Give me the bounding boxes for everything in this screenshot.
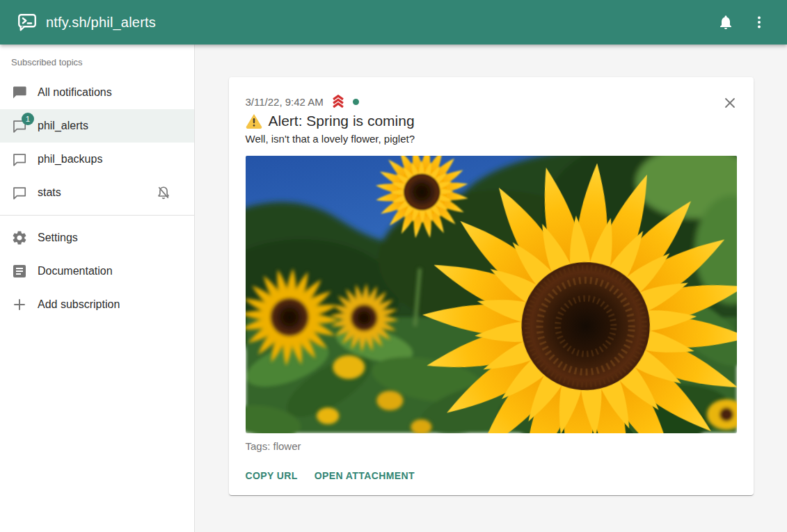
sidebar-item-label: Documentation [38, 265, 183, 277]
app-bar: ntfy.sh/phil_alerts [0, 0, 787, 45]
sidebar-item-phil-backups[interactable]: phil_backups [0, 143, 194, 176]
sidebar-item-label: stats [38, 186, 145, 199]
article-icon [11, 263, 28, 280]
chat-bubble-outline-icon [11, 151, 28, 168]
overflow-menu-button[interactable] [742, 6, 776, 39]
unread-count-badge: 1 [22, 113, 34, 125]
warning-icon [246, 113, 262, 129]
sidebar-item-all-notifications[interactable]: All notifications [0, 76, 194, 109]
sidebar: Subscribed topics All notifications 1 ph… [0, 45, 195, 532]
unread-dot-icon [353, 99, 359, 105]
sidebar-item-label: Settings [38, 232, 183, 244]
notification-card: 3/11/22, 9:42 AM Alert: Spring is coming [229, 77, 754, 495]
notification-actions: COPY URL OPEN ATTACHMENT [240, 465, 737, 487]
sidebar-item-label: phil_alerts [38, 120, 183, 132]
chat-bubble-outline-icon: 1 [11, 118, 28, 134]
notification-meta: 3/11/22, 9:42 AM [246, 91, 737, 109]
close-notification-button[interactable] [720, 94, 740, 113]
content-area: 3/11/22, 9:42 AM Alert: Spring is coming [195, 45, 787, 532]
chat-bubble-filled-icon [11, 84, 28, 101]
sidebar-item-label: phil_backups [38, 153, 183, 166]
copy-url-button[interactable]: COPY URL [240, 465, 303, 487]
notification-title-row: Alert: Spring is coming [246, 113, 737, 129]
priority-max-icon [331, 94, 346, 109]
notification-timestamp: 3/11/22, 9:42 AM [246, 96, 324, 108]
notifications-button[interactable] [709, 6, 742, 39]
page-title: ntfy.sh/phil_alerts [46, 15, 709, 31]
three-dots-icon [751, 14, 768, 31]
sidebar-item-phil-alerts[interactable]: 1 phil_alerts [0, 109, 194, 143]
sidebar-divider [0, 215, 194, 216]
chat-bubble-outline-icon [11, 184, 28, 201]
sidebar-item-label: All notifications [38, 86, 183, 99]
notification-title: Alert: Spring is coming [269, 113, 415, 129]
sidebar-item-settings[interactable]: Settings [0, 221, 194, 255]
plus-icon [11, 296, 28, 313]
close-icon [722, 95, 738, 111]
sidebar-item-add-subscription[interactable]: Add subscription [0, 288, 194, 321]
gear-icon [11, 229, 28, 246]
bell-off-icon [155, 184, 172, 201]
bell-icon [717, 14, 734, 31]
sidebar-item-stats[interactable]: stats [0, 176, 194, 209]
sidebar-item-label: Add subscription [38, 298, 183, 311]
ntfy-logo-icon [17, 12, 38, 33]
open-attachment-button[interactable]: OPEN ATTACHMENT [309, 465, 420, 487]
notification-message: Well, isn't that a lovely flower, piglet… [246, 133, 737, 145]
subscribed-topics-label: Subscribed topics [0, 50, 194, 76]
notification-tags: Tags: flower [246, 440, 737, 452]
attachment-image[interactable] [246, 156, 737, 433]
sidebar-item-documentation[interactable]: Documentation [0, 255, 194, 288]
